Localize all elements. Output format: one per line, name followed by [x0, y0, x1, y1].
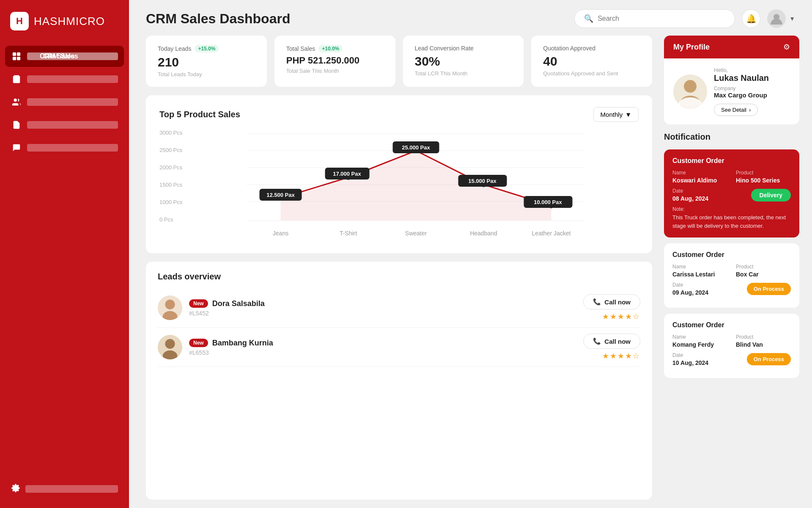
chevron-right-icon: › — [749, 107, 751, 113]
onprocess-button-3[interactable]: On Process — [747, 353, 791, 365]
chevron-down-icon: ▼ — [789, 15, 795, 22]
profile-settings-icon[interactable]: ⚙ — [783, 42, 790, 52]
lead-badge-2: New — [189, 339, 208, 347]
notification-bell[interactable]: 🔔 — [742, 9, 760, 28]
profile-card-title: My Profile — [673, 43, 710, 52]
notif-1-date-row: Date 08 Aug, 2024 Delivery — [672, 188, 791, 202]
contacts-icon — [11, 97, 22, 108]
sidebar-item-reports-label — [27, 121, 118, 129]
y-label-2500: 2500 Pcs — [159, 147, 192, 153]
kpi-today-leads-label: Today Leads +15.0% — [158, 45, 255, 52]
see-detail-button[interactable]: See Detail › — [714, 104, 758, 116]
kpi-row: Today Leads +15.0% 210 Total Leads Today… — [146, 36, 652, 87]
profile-info: Hello, Lukas Naulan Company Max Cargo Gr… — [714, 67, 790, 116]
right-column: My Profile ⚙ Hello, — [664, 36, 799, 500]
search-input[interactable] — [598, 15, 725, 22]
kpi-today-leads-value: 210 — [158, 55, 255, 69]
lead-right-1: 📞 Call now ★★★★☆ — [583, 294, 640, 321]
call-button-1[interactable]: 📞 Call now — [583, 294, 640, 309]
notif-2-product-field: Product Box Car — [736, 264, 791, 278]
notif-3-product-value: Blind Van — [736, 341, 791, 348]
svg-point-37 — [165, 300, 175, 309]
call-button-2[interactable]: 📞 Call now — [583, 334, 640, 349]
notification-title: Notification — [664, 132, 799, 142]
notif-2-fields: Name Carissa Lestari Product Box Car — [672, 264, 791, 278]
user-avatar-wrap[interactable]: ▼ — [767, 9, 795, 28]
kpi-lcr-label: Lead Conversion Rate — [415, 45, 512, 52]
notification-card-1: Customer Order Name Koswari Aldimo Produ… — [664, 149, 799, 237]
kpi-today-leads-badge: +15.0% — [195, 45, 219, 52]
kpi-total-sales: Total Sales +10.0% PHP 521.250.000 Total… — [274, 36, 395, 87]
page-title: CRM Sales Dashboard — [146, 11, 290, 27]
logo-text: HASHMICRO — [34, 15, 105, 28]
svg-text:17.000 Pax: 17.000 Pax — [333, 171, 361, 177]
chart-card: Top 5 Product Sales Monthly ▼ 3000 Pcs 2… — [146, 95, 652, 253]
sidebar-item-reports[interactable] — [5, 114, 124, 135]
sidebar-item-messages[interactable] — [5, 137, 124, 158]
leads-card: Leads overview New Dora Salsabila — [146, 262, 652, 500]
kpi-total-sales-sub: Total Sale This Month — [286, 68, 384, 74]
period-selector[interactable]: Monthly ▼ — [593, 107, 639, 122]
y-label-1000: 1000 Pcs — [159, 199, 192, 205]
profile-hello: Hello, — [714, 67, 790, 73]
notif-2-title: Customer Order — [672, 251, 791, 259]
main-content: CRM Sales Dashboard 🔍 🔔 ▼ Today L — [129, 0, 812, 508]
lead-name-row-1: New Dora Salsabila — [189, 299, 576, 308]
lead-stars-2: ★★★★☆ — [602, 351, 640, 361]
body-area: Today Leads +15.0% 210 Total Leads Today… — [129, 36, 812, 508]
sidebar-item-crm-sales[interactable]: CRM Sales — [5, 46, 124, 67]
notif-3-name-field: Name Komang Ferdy — [672, 334, 727, 348]
notification-section: Customer Order Name Koswari Aldimo Produ… — [664, 149, 799, 379]
notif-2-name-field: Name Carissa Lestari — [672, 264, 727, 278]
chart-svg: 12.500 Pax 17.000 Pax 25.000 Pax 15.000 … — [193, 130, 639, 240]
chart-area: 3000 Pcs 2500 Pcs 2000 Pcs 1500 Pcs 1000… — [159, 130, 639, 241]
notif-3-fields: Name Komang Ferdy Product Blind Van — [672, 334, 791, 348]
kpi-lcr-value: 30% — [415, 54, 512, 69]
search-box[interactable]: 🔍 — [574, 9, 735, 28]
profile-company-label: Company — [714, 86, 790, 91]
phone-icon-2: 📞 — [593, 337, 601, 345]
notif-1-fields: Name Koswari Aldimo Product Hino 500 Ser… — [672, 170, 791, 184]
lead-name-1: Dora Salsabila — [212, 299, 265, 308]
y-label-2000: 2000 Pcs — [159, 164, 192, 171]
lead-name-row-2: New Bambang Kurnia — [189, 339, 576, 348]
svg-text:Leather Jacket: Leather Jacket — [532, 230, 571, 237]
y-label-0: 0 Pcs — [159, 216, 192, 223]
crm-sales-icon — [11, 51, 22, 62]
onprocess-button-2[interactable]: On Process — [747, 283, 791, 295]
lead-badge-1: New — [189, 299, 208, 308]
kpi-lcr-sub: Total LCR This Month — [415, 70, 512, 77]
sidebar-bottom — [0, 472, 129, 508]
sidebar-item-settings[interactable] — [5, 478, 124, 500]
notif-2-name-label: Name — [672, 264, 727, 270]
notif-1-note-text: This Truck order has been completed, the… — [672, 213, 791, 230]
sidebar-item-shop[interactable] — [5, 69, 124, 90]
svg-text:Jeans: Jeans — [273, 230, 288, 237]
notif-2-name-value: Carissa Lestari — [672, 271, 727, 278]
notif-2-date-row: Date 09 Aug, 2024 On Process — [672, 282, 791, 296]
kpi-quotation-value: 40 — [543, 54, 640, 69]
svg-point-40 — [165, 339, 175, 349]
lead-info-1: New Dora Salsabila #L5452 — [189, 299, 576, 317]
profile-body: Hello, Lukas Naulan Company Max Cargo Gr… — [664, 58, 799, 124]
left-column: Today Leads +15.0% 210 Total Leads Today… — [146, 36, 652, 500]
notif-3-date-label: Date — [672, 352, 747, 358]
sidebar-item-contacts[interactable] — [5, 91, 124, 113]
delivery-button-1[interactable]: Delivery — [751, 189, 791, 202]
notif-3-date-value: 10 Aug, 2024 — [672, 359, 747, 366]
sidebar-item-crm-sales-text: CRM Sales — [43, 52, 78, 60]
profile-header: My Profile ⚙ — [664, 36, 799, 58]
lead-right-2: 📞 Call now ★★★★☆ — [583, 334, 640, 361]
lead-info-2: New Bambang Kurnia #L6553 — [189, 339, 576, 356]
notif-1-note: Note: This Truck order has been complete… — [672, 206, 791, 230]
chart-header: Top 5 Product Sales Monthly ▼ — [159, 107, 639, 122]
notif-1-product-label: Product — [736, 170, 791, 176]
notif-3-name-label: Name — [672, 334, 727, 340]
lead-id-1: #L5452 — [189, 310, 576, 317]
notification-card-2: Customer Order Name Carissa Lestari Prod… — [664, 243, 799, 308]
lead-name-2: Bambang Kurnia — [212, 339, 273, 348]
notif-1-date-field: Date 08 Aug, 2024 — [672, 188, 751, 202]
sidebar-item-messages-label — [27, 144, 118, 152]
notif-1-name-value: Koswari Aldimo — [672, 177, 727, 184]
kpi-quotation: Quotation Approved 40 Quotations Approve… — [531, 36, 652, 87]
